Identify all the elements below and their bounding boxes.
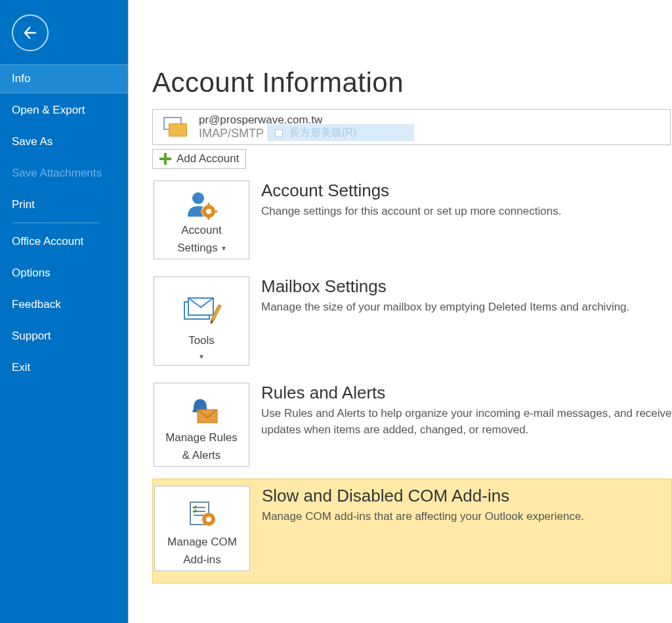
- section-desc: Use Rules and Alerts to help organize yo…: [261, 406, 672, 438]
- section-com-addins: Manage COM Add-ins Slow and Disabled COM…: [152, 479, 672, 584]
- svg-rect-8: [215, 210, 217, 212]
- svg-point-4: [206, 209, 211, 214]
- svg-rect-7: [200, 210, 203, 212]
- section-title: Slow and Disabled COM Add-ins: [262, 486, 671, 506]
- tile-label: Manage COM: [167, 536, 237, 549]
- sidebar-nav: Info Open & Export Save As Save Attachme…: [0, 64, 128, 382]
- sidebar-divider: [12, 223, 100, 223]
- section-desc: Manage COM add-ins that are affecting yo…: [262, 509, 671, 525]
- sidebar-item-support[interactable]: Support: [0, 322, 128, 351]
- section-desc: Manage the size of your mailbox by empty…: [261, 299, 672, 316]
- sidebar-item-feedback[interactable]: Feedback: [0, 290, 128, 319]
- sidebar-item-save-as[interactable]: Save As: [0, 127, 128, 156]
- backstage-sidebar: Info Open & Export Save As Save Attachme…: [0, 0, 129, 623]
- tile-label: Add-ins: [183, 553, 221, 567]
- tile-manage-rules-alerts[interactable]: Manage Rules & Alerts: [154, 383, 249, 467]
- section-title: Account Settings: [261, 181, 672, 201]
- account-selector[interactable]: pr@prosperwave.com.tw IMAP/SMTP 長方形美版(R): [152, 109, 671, 145]
- selection-hint-overlay: 長方形美版(R): [267, 124, 414, 141]
- section-title: Rules and Alerts: [261, 383, 672, 403]
- sidebar-item-options[interactable]: Options: [0, 259, 128, 288]
- add-account-button[interactable]: Add Account: [152, 149, 246, 169]
- tile-label: & Alerts: [182, 449, 221, 462]
- main-content: Account Information pr@prosperwave.com.t…: [129, 0, 672, 623]
- svg-rect-6: [208, 217, 210, 220]
- sidebar-item-office-account[interactable]: Office Account: [0, 226, 128, 256]
- svg-point-20: [206, 517, 211, 522]
- svg-rect-5: [208, 203, 210, 205]
- chevron-down-icon: ▾: [200, 352, 203, 361]
- add-account-label: Add Account: [177, 152, 239, 165]
- sidebar-item-save-attachments: Save Attachments: [0, 159, 128, 188]
- section-mailbox-settings: Tools ▾ Mailbox Settings Manage the size…: [152, 271, 672, 377]
- tile-label: Settings: [177, 242, 217, 255]
- account-settings-icon: [184, 186, 219, 224]
- tile-label: Tools: [188, 334, 215, 347]
- sidebar-item-exit[interactable]: Exit: [0, 353, 128, 382]
- tile-label: Account: [181, 224, 221, 237]
- section-rules-alerts: Manage Rules & Alerts Rules and Alerts U…: [152, 377, 672, 479]
- section-desc: Change settings for this account or set …: [261, 204, 672, 220]
- svg-point-1: [192, 192, 204, 204]
- com-addins-icon: [184, 492, 220, 536]
- page-title: Account Information: [152, 0, 672, 98]
- sidebar-item-open-export[interactable]: Open & Export: [0, 96, 128, 125]
- back-button[interactable]: [12, 14, 49, 51]
- plus-icon: [159, 153, 171, 165]
- sidebar-item-info[interactable]: Info: [0, 64, 128, 93]
- arrow-left-icon: [21, 24, 39, 42]
- rules-alerts-icon: [182, 389, 221, 431]
- section-title: Mailbox Settings: [261, 276, 672, 297]
- tile-tools[interactable]: Tools ▾: [154, 276, 249, 366]
- tile-label: Manage Rules: [165, 431, 238, 444]
- sidebar-item-print[interactable]: Print: [0, 190, 128, 219]
- mail-account-icon: [159, 116, 188, 139]
- tile-account-settings[interactable]: Account Settings▾: [154, 181, 249, 259]
- chevron-down-icon: ▾: [222, 244, 226, 253]
- tools-icon: [180, 282, 222, 334]
- section-account-settings: Account Settings▾ Account Settings Chang…: [152, 175, 672, 271]
- tile-manage-com-addins[interactable]: Manage COM Add-ins: [154, 486, 250, 571]
